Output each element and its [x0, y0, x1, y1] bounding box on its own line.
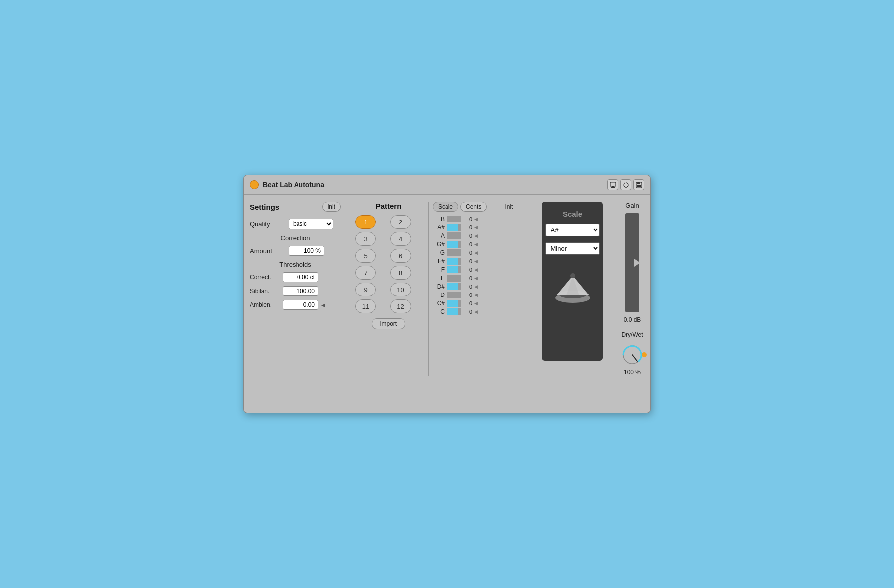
- cents-tab[interactable]: Cents: [460, 202, 487, 212]
- note-arrow: ◀: [474, 293, 478, 297]
- settings-title: Settings: [250, 203, 279, 211]
- pattern-btn-12[interactable]: 12: [390, 299, 411, 313]
- pattern-btn-9[interactable]: 9: [355, 283, 376, 296]
- pattern-btn-7[interactable]: 7: [355, 266, 376, 280]
- init-label: Init: [505, 203, 513, 210]
- note-value: 0: [463, 258, 472, 264]
- title-icons: [607, 179, 644, 190]
- sibilan-input[interactable]: [283, 286, 318, 296]
- quality-label: Quality: [250, 220, 285, 228]
- thresholds-header: Thresholds: [250, 261, 341, 268]
- note-bar[interactable]: [447, 266, 461, 273]
- quality-row: Quality basic standard high: [250, 219, 341, 229]
- note-bar[interactable]: [447, 258, 461, 265]
- quality-select[interactable]: basic standard high: [289, 219, 333, 229]
- plugin-title: Beat Lab Autotuna: [263, 181, 324, 189]
- svg-point-11: [570, 273, 575, 278]
- pattern-btn-6[interactable]: 6: [390, 249, 411, 263]
- pattern-btn-3[interactable]: 3: [355, 232, 376, 246]
- amount-input[interactable]: 100 %: [289, 246, 324, 256]
- note-bar[interactable]: [447, 308, 461, 315]
- note-bar[interactable]: [447, 241, 461, 248]
- note-bar[interactable]: [447, 275, 461, 282]
- pattern-btn-8[interactable]: 8: [390, 266, 411, 280]
- plugin-window: Beat Lab Autotuna Settings init Quality: [243, 175, 651, 413]
- drywet-title: Dry/Wet: [621, 331, 643, 338]
- note-value: 0: [463, 250, 472, 256]
- note-row: B0◀: [433, 216, 534, 222]
- note-arrow: ◀: [474, 217, 478, 221]
- note-name: G#: [433, 241, 445, 248]
- note-name: B: [433, 216, 445, 222]
- gain-slider[interactable]: [625, 213, 639, 312]
- note-arrow: ◀: [474, 309, 478, 314]
- sibilan-label: Sibilan.: [250, 288, 280, 294]
- monitor-icon[interactable]: [607, 179, 618, 190]
- pattern-btn-4[interactable]: 4: [390, 232, 411, 246]
- note-row: C0◀: [433, 308, 534, 315]
- note-row: G0◀: [433, 249, 534, 256]
- svg-rect-2: [611, 187, 615, 188]
- scale-selector-panel: Scale A# CC#DD# EFF#G G#AB Minor MajorDo…: [538, 202, 607, 376]
- note-bar[interactable]: [447, 224, 461, 231]
- svg-marker-3: [624, 182, 625, 184]
- pattern-btn-10[interactable]: 10: [390, 283, 411, 296]
- note-bar[interactable]: [447, 292, 461, 298]
- scale-icon-area: [550, 271, 595, 305]
- note-name: F#: [433, 258, 445, 265]
- note-value: 0: [463, 224, 472, 230]
- svg-rect-5: [637, 182, 640, 184]
- note-row: C#0◀: [433, 300, 534, 307]
- scale-tabs: Scale Cents — Init: [433, 202, 534, 212]
- ambien-input[interactable]: [283, 300, 318, 310]
- scale-panel: Scale Cents — Init B0◀A#0◀A0◀G#0◀G0◀F#0◀…: [429, 202, 538, 376]
- note-name: D#: [433, 283, 445, 290]
- note-row: F#0◀: [433, 258, 534, 265]
- note-name: E: [433, 275, 445, 282]
- note-bar[interactable]: [447, 283, 461, 290]
- correct-input[interactable]: [283, 272, 318, 282]
- gain-db-value: 0.0 dB: [624, 316, 641, 323]
- pattern-btn-1[interactable]: 1: [355, 215, 376, 229]
- knob-indicator-dot: [642, 352, 647, 357]
- svg-rect-1: [612, 186, 614, 187]
- note-bar[interactable]: [447, 216, 461, 222]
- note-bar[interactable]: [447, 249, 461, 256]
- init-button[interactable]: init: [322, 202, 341, 212]
- ambien-label: Ambien.: [250, 301, 280, 308]
- scale-dark-box: Scale A# CC#DD# EFF#G G#AB Minor MajorDo…: [542, 202, 603, 361]
- scale-type-select[interactable]: Minor MajorDorianPhrygian LydianMixolydi…: [545, 242, 600, 255]
- note-name: D: [433, 292, 445, 298]
- pattern-btn-11[interactable]: 11: [355, 299, 376, 313]
- note-value: 0: [463, 309, 472, 315]
- save-icon[interactable]: [633, 179, 644, 190]
- pattern-btn-2[interactable]: 2: [390, 215, 411, 229]
- pattern-btn-5[interactable]: 5: [355, 249, 376, 263]
- note-arrow: ◀: [474, 276, 478, 281]
- key-select[interactable]: A# CC#DD# EFF#G G#AB: [545, 224, 600, 236]
- title-left: Beat Lab Autotuna: [250, 180, 324, 189]
- drywet-knob[interactable]: [620, 342, 645, 367]
- import-button[interactable]: import: [372, 318, 405, 329]
- notes-container: B0◀A#0◀A0◀G#0◀G0◀F#0◀F0◀E0◀D#0◀D0◀C#0◀C0…: [433, 216, 534, 315]
- knob-svg: [620, 342, 645, 367]
- title-dot[interactable]: [250, 180, 259, 189]
- ambien-row: Ambien. ◀: [250, 300, 341, 310]
- note-value: 0: [463, 241, 472, 247]
- note-row: D0◀: [433, 292, 534, 298]
- note-bar[interactable]: [447, 300, 461, 307]
- ambien-arrow: ◀: [321, 302, 325, 308]
- settings-panel: Settings init Quality basic standard hig…: [250, 202, 349, 376]
- note-value: 0: [463, 216, 472, 222]
- note-value: 0: [463, 275, 472, 281]
- note-name: F: [433, 266, 445, 273]
- note-bar[interactable]: [447, 232, 461, 239]
- umbrella-icon: [550, 271, 595, 305]
- note-name: G: [433, 249, 445, 256]
- svg-rect-6: [637, 185, 641, 187]
- scale-tab[interactable]: Scale: [433, 202, 458, 212]
- refresh-icon[interactable]: [620, 179, 631, 190]
- note-arrow: ◀: [474, 225, 478, 230]
- svg-rect-0: [610, 182, 616, 186]
- note-arrow: ◀: [474, 250, 478, 255]
